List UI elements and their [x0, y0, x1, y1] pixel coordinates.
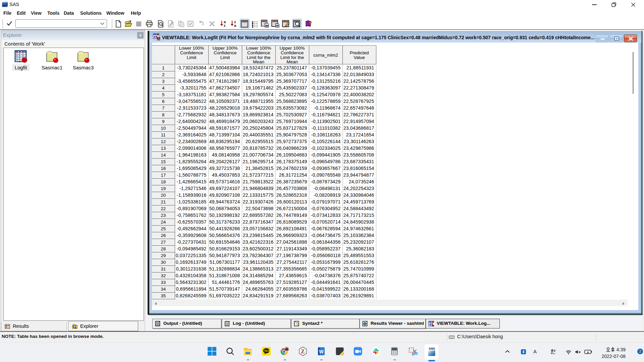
svg-text:sas: sas	[2, 4, 7, 7]
svg-text:W: W	[319, 349, 324, 354]
svg-text:*: *	[295, 321, 296, 324]
svg-text:sas: sas	[429, 346, 435, 350]
svg-text:?: ?	[309, 22, 311, 25]
svg-text:a: a	[234, 23, 236, 27]
svg-text:TALK: TALK	[264, 350, 270, 352]
svg-text:Z: Z	[301, 349, 305, 354]
svg-text:z: z	[224, 23, 226, 27]
